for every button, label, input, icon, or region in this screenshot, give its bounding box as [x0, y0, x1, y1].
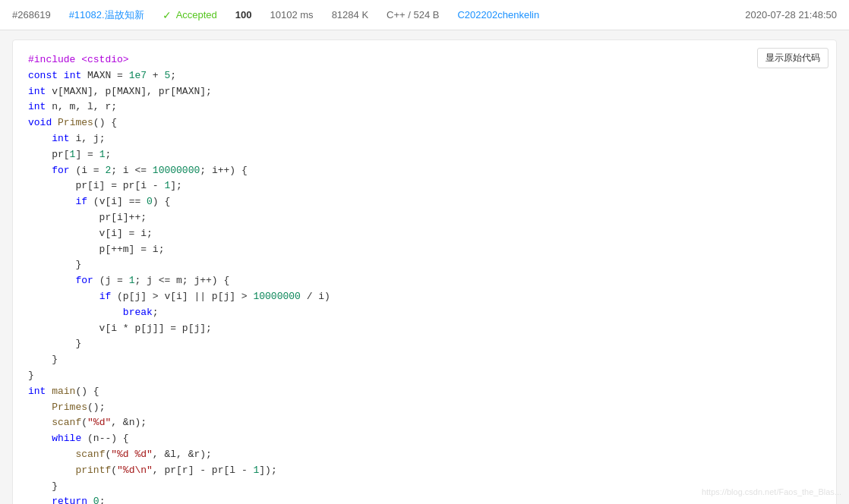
memory: 81284 K [332, 9, 368, 20]
problem-link[interactable]: #11082.温故知新 [69, 8, 144, 22]
header-bar: #268619 #11082.温故知新 ✓ Accepted 100 10102… [0, 0, 849, 30]
score: 100 [235, 9, 252, 20]
submission-id: #268619 [12, 9, 51, 20]
check-icon: ✓ [163, 9, 172, 21]
problem-title: 温故知新 [105, 9, 144, 20]
problem-id: #11082. [69, 9, 105, 20]
user-link[interactable]: C202202chenkelin [457, 9, 539, 20]
code-container: 显示原始代码 #include <cstdio> const int MAXN … [12, 39, 837, 504]
status-text: Accepted [176, 9, 217, 20]
language: C++ / 524 B [387, 9, 439, 20]
submission-datetime: 2020-07-28 21:48:50 [745, 9, 837, 20]
status-badge: ✓ Accepted [163, 9, 217, 21]
time: 10102 ms [270, 9, 314, 20]
code-block: #include <cstdio> const int MAXN = 1e7 +… [13, 40, 836, 504]
watermark: https://blog.csdn.net/Faos_the_Blas... [702, 487, 841, 496]
show-original-button[interactable]: 显示原始代码 [757, 48, 828, 68]
